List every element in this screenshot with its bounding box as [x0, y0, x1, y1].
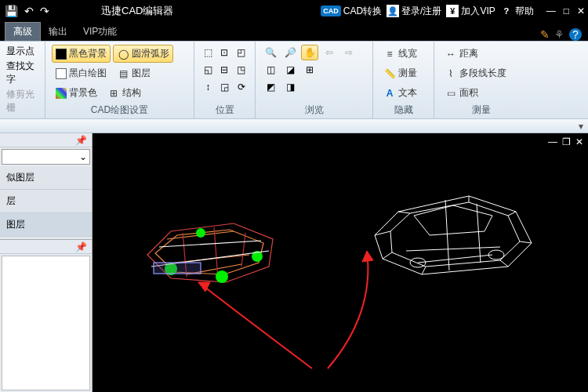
text-a-icon: A — [383, 87, 396, 100]
svg-point-3 — [216, 270, 228, 283]
close-button[interactable]: ✕ — [577, 5, 585, 16]
layer-button[interactable]: ▤图层 — [113, 64, 154, 82]
arc-icon: ◯ — [117, 48, 129, 60]
list-item[interactable]: 层 — [0, 190, 92, 213]
draw-group-label: CAD绘图设置 — [52, 102, 187, 117]
find-text-button[interactable]: 查找文字 — [6, 60, 38, 86]
pos-icon-7[interactable]: ↕ — [201, 79, 215, 95]
link-icon[interactable]: ⚘ — [554, 28, 564, 41]
list-item[interactable]: 似图层 — [0, 166, 92, 190]
maximize-button[interactable]: □ — [564, 5, 569, 16]
app-title: 迅捷CAD编辑器 — [101, 4, 173, 18]
help-button[interactable]: ? 帮助 — [500, 5, 534, 18]
edit-icon[interactable]: ✎ — [540, 28, 550, 41]
svg-point-5 — [196, 228, 205, 238]
side-panel: 📌 ⌄ 似图层 层 图层 📌 — [0, 133, 93, 392]
save-icon[interactable]: 💾 — [5, 5, 18, 17]
pan-icon[interactable]: ✋ — [301, 45, 318, 60]
polyline-icon: ⌇ — [445, 67, 457, 80]
distance-icon: ↔ — [445, 48, 457, 60]
browse-icon-3[interactable]: ⊞ — [301, 62, 318, 78]
tab-advanced[interactable]: 高级 — [5, 22, 41, 41]
browse-icon-1[interactable]: ◫ — [262, 62, 279, 78]
svg-rect-6 — [154, 263, 201, 274]
linewidth-icon: ≡ — [383, 48, 396, 60]
svg-marker-8 — [362, 251, 373, 262]
browse-label: 浏览 — [262, 102, 366, 117]
pos-icon-5[interactable]: ⊟ — [217, 62, 231, 78]
pos-icon-1[interactable]: ⬚ — [201, 45, 215, 60]
black-bg-button[interactable]: 黑色背景 — [52, 45, 111, 63]
structure-button[interactable]: ⊞结构 — [103, 84, 145, 102]
pos-icon-2[interactable]: ⊡ — [217, 45, 231, 60]
user-icon: 👤 — [387, 5, 399, 17]
ruler-icon: 📏 — [383, 67, 396, 80]
redo-icon[interactable]: ↷ — [40, 5, 49, 17]
vip-button[interactable]: ¥ 加入VIP — [446, 5, 495, 18]
bg-color-button[interactable]: 背景色 — [52, 84, 101, 102]
pin-icon-2[interactable]: 📌 — [75, 241, 87, 252]
text-button[interactable]: A文本 — [379, 84, 421, 102]
collapse-icon[interactable]: ▾ — [579, 121, 583, 132]
drawing-canvas[interactable]: — ❐ ✕ — [93, 133, 588, 392]
measure-button[interactable]: 📏测量 — [379, 64, 421, 82]
help-icon: ? — [500, 5, 513, 17]
area-icon: ▭ — [445, 87, 457, 100]
chevron-down-icon: ⌄ — [79, 151, 87, 162]
pos-icon-4[interactable]: ◱ — [201, 62, 215, 78]
nav-left-icon: ⇦ — [321, 45, 338, 60]
side-blank-area — [2, 256, 90, 390]
list-item[interactable]: 图层 — [0, 213, 92, 237]
distance-button[interactable]: ↔距离 — [441, 45, 482, 63]
polyline-len-button[interactable]: ⌇多段线长度 — [441, 64, 510, 82]
browse-icon-2[interactable]: ◪ — [281, 62, 299, 78]
layer-icon: ▤ — [117, 67, 129, 80]
pos-icon-3[interactable]: ◰ — [234, 45, 249, 60]
nav-right-icon: ⇨ — [340, 45, 358, 60]
structure-icon: ⊞ — [107, 87, 120, 100]
zoom-in-icon[interactable]: 🔎 — [281, 45, 299, 60]
pos-icon-6[interactable]: ◳ — [234, 62, 249, 78]
pos-icon-8[interactable]: ◲ — [217, 79, 231, 95]
area-button[interactable]: ▭面积 — [441, 84, 482, 102]
black-square-icon — [56, 49, 67, 60]
cad-convert-button[interactable]: CAD CAD转换 — [321, 5, 382, 18]
undo-icon[interactable]: ↶ — [24, 5, 34, 17]
browse-icon-4[interactable]: ◩ — [262, 79, 279, 95]
hide-label: 隐藏 — [379, 102, 427, 117]
color-square-icon — [56, 88, 67, 99]
zoom-out-icon[interactable]: 🔍 — [262, 45, 279, 60]
position-label: 位置 — [201, 102, 249, 117]
yen-icon: ¥ — [446, 5, 459, 17]
tab-output[interactable]: 输出 — [41, 23, 75, 41]
pin-icon[interactable]: 📌 — [75, 135, 87, 146]
browse-icon-5[interactable]: ◨ — [281, 79, 299, 95]
tab-vip[interactable]: VIP功能 — [75, 23, 125, 41]
layer-dropdown[interactable]: ⌄ — [2, 149, 90, 165]
measure-group-label: 测量 — [441, 102, 522, 117]
show-points-button[interactable]: 显示点 — [6, 45, 34, 58]
bw-square-icon — [56, 68, 67, 79]
pos-icon-9[interactable]: ⟳ — [234, 79, 249, 95]
bw-draw-button[interactable]: 黑白绘图 — [52, 64, 111, 82]
smooth-arc-button[interactable]: ◯圆滑弧形 — [113, 45, 173, 63]
login-button[interactable]: 👤 登录/注册 — [387, 5, 441, 18]
cad-badge-icon: CAD — [321, 5, 341, 16]
trim-grid-button: 修剪光栅 — [6, 88, 38, 114]
help-circle-icon[interactable]: ? — [569, 28, 582, 41]
minimize-button[interactable]: — — [546, 5, 556, 16]
linewidth-button[interactable]: ≡线宽 — [379, 45, 421, 63]
